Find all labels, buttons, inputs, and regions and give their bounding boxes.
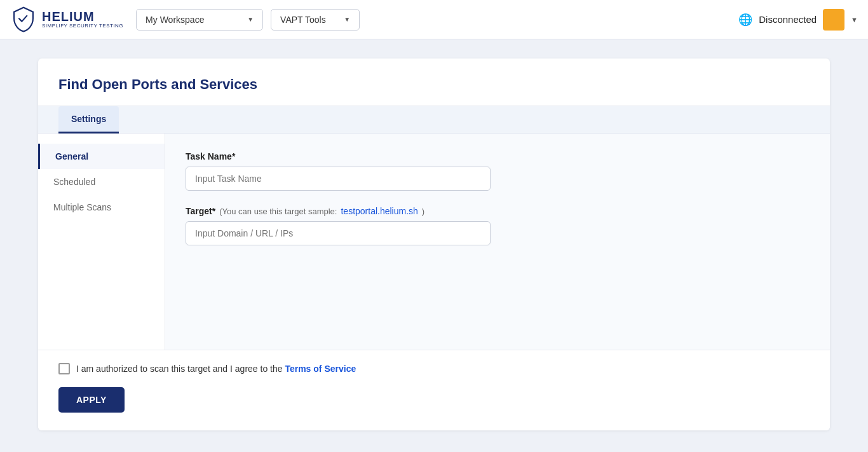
task-name-label: Task Name*	[186, 151, 810, 161]
terms-checkbox[interactable]	[58, 363, 70, 374]
globe-icon: 🌐	[738, 13, 752, 27]
logo-icon	[10, 6, 37, 33]
tabs-bar: Settings	[38, 106, 830, 134]
tools-dropdown[interactable]: VAPT Tools ▼	[271, 9, 360, 31]
target-group: Target* (You can use this target sample:…	[186, 206, 810, 245]
logo: HELIUM SIMPLIFY SECURITY TESTING	[10, 6, 123, 33]
terms-row: I am authorized to scan this target and …	[58, 363, 810, 374]
main-content: Find Open Ports and Services Settings Ge…	[0, 39, 868, 449]
page-title: Find Open Ports and Services	[58, 76, 810, 93]
status-indicator	[823, 9, 844, 31]
target-sample-link[interactable]: testportal.helium.sh	[341, 206, 417, 216]
terms-text: I am authorized to scan this target and …	[76, 364, 356, 374]
tab-settings[interactable]: Settings	[58, 106, 119, 134]
target-hint-close: )	[422, 207, 424, 216]
workspace-label: My Workspace	[146, 15, 204, 25]
form-sidebar-nav: General Scheduled Multiple Scans	[38, 134, 165, 350]
tools-chevron-icon: ▼	[344, 16, 350, 23]
task-name-group: Task Name*	[186, 151, 810, 191]
card-footer: I am authorized to scan this target and …	[38, 350, 830, 430]
target-label: Target*	[186, 206, 215, 216]
card-header: Find Open Ports and Services	[38, 58, 830, 106]
task-name-input[interactable]	[186, 167, 491, 191]
brand-tagline: SIMPLIFY SECURITY TESTING	[42, 24, 123, 29]
target-input[interactable]	[186, 221, 491, 245]
target-label-row: Target* (You can use this target sample:…	[186, 206, 810, 216]
workspace-chevron-icon: ▼	[247, 16, 254, 23]
target-hint: (You can use this target sample:	[219, 207, 337, 216]
header-chevron-icon: ▼	[851, 16, 858, 24]
main-card: Find Open Ports and Services Settings Ge…	[38, 58, 830, 430]
apply-button[interactable]: APPLY	[58, 387, 125, 413]
brand-name: HELIUM	[42, 10, 123, 24]
logo-text: HELIUM SIMPLIFY SECURITY TESTING	[42, 10, 123, 29]
terms-of-service-link[interactable]: Terms of Service	[285, 364, 356, 374]
nav-item-scheduled[interactable]: Scheduled	[38, 169, 165, 195]
nav-item-multiple-scans[interactable]: Multiple Scans	[38, 195, 165, 220]
form-fields: Task Name* Target* (You can use this tar…	[165, 134, 830, 350]
page-footer: © 2023 Helium Security	[0, 449, 868, 452]
connection-status: Disconnected	[759, 14, 817, 25]
header: HELIUM SIMPLIFY SECURITY TESTING My Work…	[0, 0, 868, 39]
nav-item-general[interactable]: General	[38, 144, 165, 169]
form-area: General Scheduled Multiple Scans Task Na…	[38, 134, 830, 350]
tools-label: VAPT Tools	[280, 15, 326, 25]
header-right: 🌐 Disconnected ▼	[738, 9, 858, 31]
workspace-dropdown[interactable]: My Workspace ▼	[136, 9, 263, 31]
